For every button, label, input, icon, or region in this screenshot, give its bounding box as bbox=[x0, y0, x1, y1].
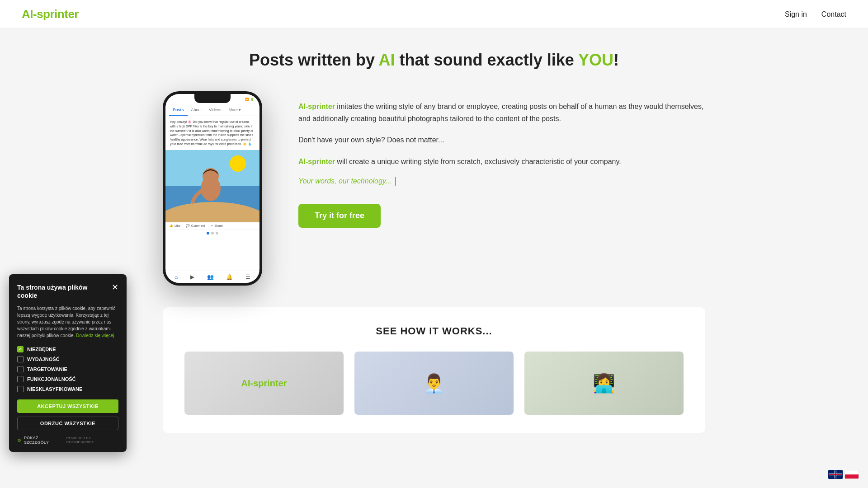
video-logo-1: AI-sprinter bbox=[241, 378, 287, 389]
hero-desc-1: AI-sprinter imitates the writing style o… bbox=[298, 100, 705, 125]
phone-dot-active bbox=[207, 232, 209, 235]
cookie-option-targeting: TARGETOWANIE bbox=[17, 366, 118, 372]
flag-poland[interactable] bbox=[844, 470, 859, 479]
phone-post-text: Hey beauty! 🌸 Did you know that regular … bbox=[165, 116, 259, 150]
phone-post-image bbox=[165, 150, 259, 222]
cookie-accept-button[interactable]: AKCEPTUJ WSZYSTKIE bbox=[17, 399, 118, 413]
how-videos: AI-sprinter 👨‍💼 👩‍💻 bbox=[184, 352, 684, 415]
hero-title-ai: AI bbox=[379, 51, 395, 69]
hero-title-part2: that sound exactly like bbox=[395, 51, 578, 69]
cookie-option-unclassified: NIESKLASYFIKOWANE bbox=[17, 386, 118, 392]
hero-title-you: YOU bbox=[578, 51, 613, 69]
cookie-show-details[interactable]: POKAŻ SZCZEGÓŁY bbox=[24, 436, 64, 445]
how-title: SEE HOW IT WORKS... bbox=[184, 325, 684, 337]
cookie-option-performance: WYDAJNOŚĆ bbox=[17, 356, 118, 362]
cookie-checkbox-unclassified[interactable] bbox=[17, 386, 24, 392]
video-person-icon-2: 👩‍💻 bbox=[593, 373, 615, 394]
cookie-option-essential: NIEZBĘDNE bbox=[17, 346, 118, 352]
phone-actions: 👍 Like 💬 Comment ↗ Share bbox=[165, 222, 259, 230]
flag-uk-red-v bbox=[835, 470, 836, 479]
phone-mockup: 📶 🔋 Posts About Videos More ▾ Hey beauty… bbox=[163, 91, 262, 286]
logo[interactable]: AI-sprinter bbox=[22, 7, 79, 21]
cookie-banner: Ta strona używa plików cookie ✕ Ta stron… bbox=[9, 274, 127, 452]
svg-point-3 bbox=[230, 155, 246, 172]
phone-nav-tabs: Posts About Videos More ▾ bbox=[165, 105, 259, 116]
phone-notch bbox=[194, 94, 231, 103]
flag-pl-red bbox=[845, 474, 859, 479]
phone-device: 📶 🔋 Posts About Videos More ▾ Hey beauty… bbox=[163, 91, 262, 286]
phone-tab-about[interactable]: About bbox=[188, 105, 206, 116]
tagline-cursor bbox=[395, 177, 396, 186]
video-thumb-3[interactable]: 👩‍💻 bbox=[524, 352, 684, 415]
svg-point-5 bbox=[203, 168, 219, 184]
cookie-reject-button[interactable]: ODRZUĆ WSZYSTKIE bbox=[17, 417, 118, 430]
cookie-checkbox-functionality[interactable] bbox=[17, 376, 24, 382]
cookie-close-button[interactable]: ✕ bbox=[112, 283, 118, 291]
cookie-header: Ta strona używa plików cookie ✕ bbox=[17, 283, 118, 300]
how-section: SEE HOW IT WORKS... AI-sprinter 👨‍💼 👩‍💻 bbox=[163, 307, 705, 433]
phone-comment-btn[interactable]: 💬 Comment bbox=[186, 224, 205, 228]
hero-title-end: ! bbox=[613, 51, 619, 69]
phone-nav-menu[interactable]: ☰ bbox=[245, 274, 250, 280]
hero-title-part1: Posts written by bbox=[249, 51, 379, 69]
hero-desc-2: Don't have your own style? Does not matt… bbox=[298, 134, 705, 146]
flag-uk[interactable] bbox=[828, 470, 843, 479]
phone-nav-video[interactable]: ▶ bbox=[190, 274, 194, 280]
hero-description: AI-sprinter imitates the writing style o… bbox=[298, 91, 705, 228]
phone-bottom-nav: ⌂ ▶ 👥 🔔 ☰ bbox=[165, 271, 259, 283]
cookie-footer: ⚙ POKAŻ SZCZEGÓŁY POWERED BY COOKIESCRIP… bbox=[17, 436, 118, 445]
phone-share-btn[interactable]: ↗ Share bbox=[210, 224, 223, 228]
how-section-wrapper: SEE HOW IT WORKS... AI-sprinter 👨‍💼 👩‍💻 bbox=[0, 307, 868, 433]
phone-nav-home[interactable]: ⌂ bbox=[175, 274, 178, 280]
video-thumb-2[interactable]: 👨‍💼 bbox=[354, 352, 514, 415]
phone-tab-videos[interactable]: Videos bbox=[205, 105, 225, 116]
cookie-option-functionality: FUNKCJONALNOŚĆ bbox=[17, 376, 118, 382]
flag-pl-white bbox=[845, 470, 859, 474]
cookie-checkbox-performance[interactable] bbox=[17, 356, 24, 362]
cookie-checkbox-essential[interactable] bbox=[17, 346, 24, 352]
hero-tagline: Your words, our technology... bbox=[298, 177, 705, 186]
cookie-options: NIEZBĘDNE WYDAJNOŚĆ TARGETOWANIE FUNKCJO… bbox=[17, 346, 118, 392]
nav-contact[interactable]: Contact bbox=[821, 10, 846, 19]
hero-section: Posts written by AI that sound exactly l… bbox=[0, 29, 868, 286]
phone-screen: 📶 🔋 Posts About Videos More ▾ Hey beauty… bbox=[165, 94, 259, 283]
gear-icon: ⚙ bbox=[17, 438, 21, 443]
cta-button[interactable]: Try it for free bbox=[298, 204, 381, 228]
hero-content: 📶 🔋 Posts About Videos More ▾ Hey beauty… bbox=[163, 91, 705, 286]
video-thumb-1[interactable]: AI-sprinter bbox=[184, 352, 344, 415]
phone-nav-bell[interactable]: 🔔 bbox=[226, 274, 233, 280]
video-person-icon: 👨‍💼 bbox=[423, 373, 445, 394]
phone-dot-2 bbox=[216, 232, 218, 235]
phone-tab-posts[interactable]: Posts bbox=[169, 105, 188, 116]
phone-dot-1 bbox=[211, 232, 214, 235]
header: AI-sprinter Sign in Contact bbox=[0, 0, 868, 29]
main-nav: Sign in Contact bbox=[785, 10, 846, 19]
cookie-title: Ta strona używa plików cookie bbox=[17, 283, 108, 300]
language-flags bbox=[828, 470, 859, 479]
phone-nav-people[interactable]: 👥 bbox=[207, 274, 214, 280]
cookie-learn-more[interactable]: Dowiedz się więcej bbox=[76, 333, 114, 338]
nav-signin[interactable]: Sign in bbox=[785, 10, 807, 19]
cookie-powered-by: POWERED BY COOKIESCRIPT bbox=[66, 436, 118, 444]
phone-pagination bbox=[165, 230, 259, 236]
phone-tab-more[interactable]: More ▾ bbox=[225, 105, 245, 116]
hero-title: Posts written by AI that sound exactly l… bbox=[249, 51, 619, 70]
hero-desc-3: AI-sprinter will create a unique writing… bbox=[298, 155, 705, 168]
phone-like-btn[interactable]: 👍 Like bbox=[169, 224, 180, 228]
phone-image-svg bbox=[165, 150, 259, 222]
cookie-checkbox-targeting[interactable] bbox=[17, 366, 24, 372]
cookie-description: Ta strona korzysta z plików cookie, aby … bbox=[17, 305, 118, 339]
